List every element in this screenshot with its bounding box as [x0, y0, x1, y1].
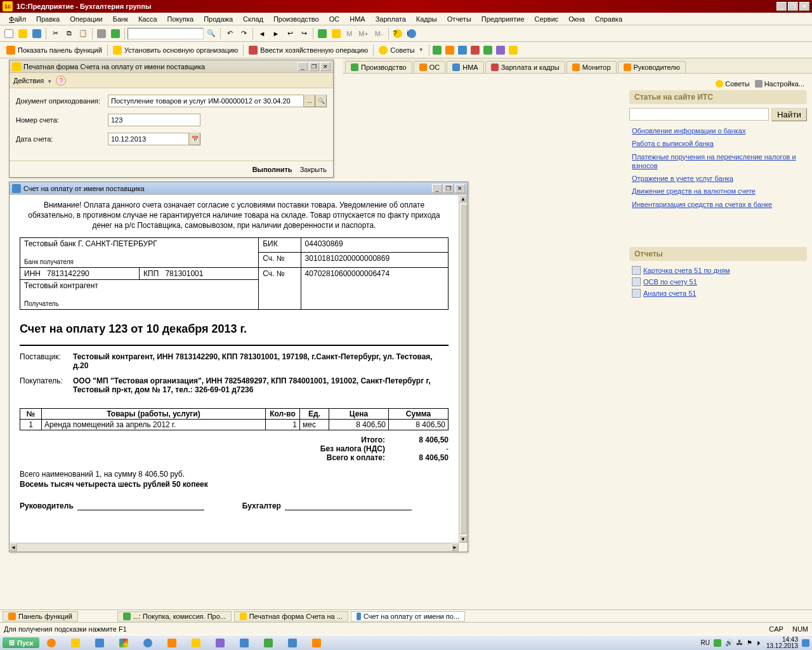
taskbar-explorer-icon[interactable] — [185, 637, 207, 649]
tab-production[interactable]: Производство — [345, 61, 412, 73]
link-bank-services[interactable]: Отражение в учете услуг банка — [632, 174, 804, 183]
doc-input[interactable] — [108, 95, 304, 107]
menu-windows[interactable]: Окна — [563, 14, 590, 24]
new-icon[interactable] — [3, 27, 15, 40]
search-input[interactable] — [128, 28, 204, 39]
extra-icon-7[interactable] — [507, 44, 520, 56]
link-bank-update[interactable]: Обновление информации о банках — [632, 126, 804, 135]
task-printform[interactable]: Печатная форма Счета на ... — [234, 611, 348, 621]
task-panel[interactable]: Панель функций — [3, 611, 78, 621]
tab-os[interactable]: ОС — [414, 61, 446, 73]
menu-help[interactable]: Справка — [590, 14, 627, 24]
cut-icon[interactable]: ✂ — [49, 27, 62, 40]
task-invoice[interactable]: Счет на оплату от имени по... — [351, 611, 465, 621]
menu-hr[interactable]: Кадры — [411, 14, 442, 24]
help-icon[interactable]: ? — [56, 76, 66, 86]
link-payment-orders[interactable]: Платежные поручения на перечисление нало… — [632, 152, 804, 171]
scroll-right-icon[interactable]: ► — [451, 543, 459, 551]
tips-button[interactable]: Советы▼ — [375, 44, 427, 56]
search-icon[interactable]: 🔍 — [205, 27, 218, 40]
tab-monitor[interactable]: Монитор — [566, 61, 617, 73]
tab-manager[interactable]: Руководителю — [618, 61, 686, 73]
tab-nma[interactable]: НМА — [447, 61, 483, 73]
taskbar-search-icon[interactable] — [233, 637, 256, 649]
menu-sale[interactable]: Продажа — [199, 14, 238, 24]
extra-icon-4[interactable] — [469, 44, 481, 56]
menu-edit[interactable]: Правка — [31, 14, 65, 24]
calc-icon[interactable] — [316, 27, 329, 40]
taskbar-calc-icon[interactable] — [88, 637, 111, 649]
actions-dropdown[interactable]: Действия ▼ — [13, 77, 52, 84]
print-preview-body[interactable]: Внимание! Оплата данного счета означает … — [10, 195, 459, 543]
report-card-51[interactable]: Карточка счета 51 по дням — [629, 265, 807, 276]
redo-icon[interactable]: ↷ — [237, 27, 250, 40]
about-icon[interactable]: i — [405, 27, 418, 40]
tray-arrow-icon[interactable]: ⏵ — [756, 639, 763, 646]
taskbar-1c-icon[interactable] — [64, 637, 87, 649]
save-icon[interactable] — [30, 27, 43, 40]
scroll-thumb[interactable] — [460, 204, 467, 534]
taskbar-tool-icon[interactable] — [257, 637, 280, 649]
sidebar-tips-button[interactable]: Советы — [716, 80, 749, 88]
link-bank-statement[interactable]: Работа с выпиской банка — [632, 139, 804, 148]
manual-op-button[interactable]: Ввести хозяйственную операцию — [245, 44, 372, 56]
menu-warehouse[interactable]: Склад — [238, 14, 268, 24]
nav-prev-icon[interactable]: ◄ — [256, 27, 268, 40]
tray-network-icon[interactable]: 🖧 — [737, 639, 743, 646]
menu-nma[interactable]: НМА — [344, 14, 370, 24]
window-titlebar[interactable]: Счет на оплату от имени поставщика _ ❐ ✕ — [10, 182, 468, 195]
undo-icon[interactable]: ↶ — [223, 27, 236, 40]
link-currency[interactable]: Движение средств на валютном счете — [632, 187, 804, 196]
taskbar-word-icon[interactable] — [281, 637, 304, 649]
menu-purchase[interactable]: Покупка — [162, 14, 199, 24]
close-button[interactable]: ✕ — [320, 62, 331, 71]
sidebar-settings-button[interactable]: Настройка... — [755, 80, 804, 88]
back-icon[interactable]: ↩ — [284, 27, 296, 40]
extra-icon-5[interactable] — [481, 44, 494, 56]
open-icon[interactable] — [16, 27, 29, 40]
tray-flag-icon[interactable]: ⚑ — [747, 639, 752, 646]
taskbar-ie-icon[interactable] — [136, 637, 159, 649]
tab-salary[interactable]: Зарплата и кадры — [485, 61, 565, 73]
menu-operations[interactable]: Операции — [65, 14, 107, 24]
taskbar-save-icon[interactable] — [209, 637, 232, 649]
window-titlebar[interactable]: Печатная форма Счета на оплату от имени … — [10, 60, 333, 73]
help-icon[interactable]: ? — [391, 27, 404, 40]
taskbar-1cdb-icon[interactable] — [305, 637, 328, 649]
tray-safe-remove-icon[interactable] — [714, 639, 721, 647]
menu-salary[interactable]: Зарплата — [370, 14, 411, 24]
close-button[interactable]: ✕ — [799, 2, 809, 11]
scroll-down-icon[interactable]: ▼ — [459, 535, 467, 543]
find-button[interactable]: Найти — [771, 108, 807, 121]
extra-icon-6[interactable] — [494, 44, 507, 56]
calendar-icon[interactable] — [330, 27, 343, 40]
close-button[interactable]: ✕ — [455, 184, 465, 193]
taskbar-paint-icon[interactable] — [160, 637, 183, 649]
taskbar-media-icon[interactable] — [40, 637, 63, 649]
show-panel-button[interactable]: Показать панель функций — [3, 44, 106, 56]
minimize-button[interactable]: _ — [432, 184, 442, 193]
maximize-button[interactable]: ❐ — [443, 184, 454, 193]
execute-button[interactable]: Выполнить — [252, 166, 292, 173]
doc-open-button[interactable]: 🔍 — [315, 95, 327, 107]
tray-lang[interactable]: RU — [700, 639, 709, 646]
menu-file[interactable]: Файл — [4, 14, 31, 24]
maximize-button[interactable]: ❐ — [309, 62, 319, 71]
start-button[interactable]: ⊞Пуск — [3, 637, 39, 648]
report-osv-51[interactable]: ОСВ по счету 51 — [629, 276, 807, 288]
minimize-button[interactable]: _ — [776, 2, 787, 11]
horizontal-scrollbar[interactable]: ◄ ► — [10, 543, 459, 552]
taskbar-chrome-icon[interactable] — [112, 637, 135, 649]
close-button[interactable]: Закрыть — [300, 166, 327, 173]
print-icon[interactable] — [95, 27, 108, 40]
calendar-button[interactable]: 📅 — [189, 133, 200, 145]
menu-os[interactable]: ОС — [324, 14, 345, 24]
minimize-button[interactable]: _ — [298, 62, 308, 71]
date-input[interactable] — [108, 133, 189, 145]
spreadsheet-icon[interactable] — [109, 27, 122, 40]
paste-icon[interactable]: 📋 — [77, 27, 89, 40]
menu-production[interactable]: Производство — [268, 14, 324, 24]
menu-enterprise[interactable]: Предприятие — [476, 14, 530, 24]
link-inventory[interactable]: Инвентаризация средств на счетах в банке — [632, 200, 804, 209]
menu-cash[interactable]: Касса — [133, 14, 162, 24]
